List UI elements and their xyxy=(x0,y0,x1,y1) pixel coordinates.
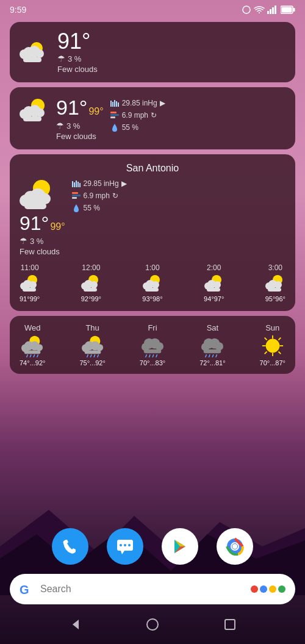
chrome-app-icon[interactable] xyxy=(217,528,253,565)
widget-small[interactable]: 91° ☂ 3 % Few clouds xyxy=(10,22,295,82)
svg-rect-33 xyxy=(24,203,46,209)
svg-point-0 xyxy=(243,6,250,13)
hour-icon-1 xyxy=(81,274,101,293)
hour-time-0: 11:00 xyxy=(21,263,39,272)
svg-line-110 xyxy=(264,338,267,340)
svg-line-83 xyxy=(87,354,88,357)
humidity-row: 55 % xyxy=(110,123,285,132)
w3-humidity-icon xyxy=(71,203,81,213)
svg-rect-41 xyxy=(72,197,77,199)
home-button[interactable] xyxy=(145,617,160,632)
day-temps-4: 70°...87° xyxy=(260,359,285,367)
svg-rect-25 xyxy=(110,112,117,113)
widget3-feels: 99° xyxy=(50,221,65,232)
svg-line-101 xyxy=(206,354,207,357)
weather-icon-medium xyxy=(20,96,50,126)
widget3-condition: Few clouds xyxy=(20,247,60,256)
day-temps-3: 72°...81° xyxy=(199,359,225,367)
svg-rect-26 xyxy=(110,114,119,116)
messages-icon xyxy=(116,537,134,556)
widget3-temp: 91° xyxy=(20,212,49,235)
svg-rect-7 xyxy=(293,8,295,12)
svg-rect-119 xyxy=(124,544,126,546)
widget2-temp-row: 91° 99° xyxy=(56,96,104,120)
pressure-row: 29.85 inHg ▶ xyxy=(110,98,285,108)
svg-point-131 xyxy=(147,619,158,630)
widget3-main: 91° 99° ☂ 3 % Few clouds xyxy=(20,179,285,256)
w3-humidity-row: 55 % xyxy=(71,203,285,213)
humidity-icon xyxy=(110,123,120,132)
svg-point-105 xyxy=(265,339,279,353)
svg-line-73 xyxy=(27,354,28,357)
hour-item-4: 3:00 95°96° xyxy=(265,263,285,302)
hour-item-0: 11:00 91°99° xyxy=(20,263,40,302)
svg-line-104 xyxy=(216,354,217,357)
svg-line-112 xyxy=(278,338,281,340)
back-button[interactable] xyxy=(68,617,82,632)
day-item-3: Sat 72°...81° xyxy=(199,323,225,367)
widget3-left: 91° 99° ☂ 3 % Few clouds xyxy=(20,179,65,256)
day-name-1: Thu xyxy=(85,323,99,332)
day-name-4: Sun xyxy=(265,323,279,332)
svg-line-84 xyxy=(90,354,92,357)
svg-rect-132 xyxy=(225,620,235,629)
svg-rect-46 xyxy=(23,288,36,292)
svg-rect-82 xyxy=(84,351,101,354)
hour-icon-3 xyxy=(204,274,224,293)
w3-pressure-icon xyxy=(71,179,81,188)
recents-button[interactable] xyxy=(223,617,237,632)
day-name-0: Wed xyxy=(24,323,41,332)
widget1-rain: ☂ 3 % xyxy=(57,54,98,63)
widget2-feels: 99° xyxy=(88,106,103,117)
hour-icon-2 xyxy=(143,274,162,293)
widget2-condition: Few clouds xyxy=(56,132,96,141)
widget-large[interactable]: San Antonio 91° 99° ☂ 3 % xyxy=(10,154,295,311)
hour-icon-4 xyxy=(265,274,285,293)
svg-point-81 xyxy=(96,344,102,351)
day-icon-3 xyxy=(201,334,224,357)
svg-rect-3 xyxy=(272,7,274,14)
back-icon xyxy=(68,617,82,632)
svg-rect-120 xyxy=(128,544,131,546)
svg-rect-72 xyxy=(24,351,41,354)
search-input[interactable] xyxy=(40,580,245,598)
day-item-0: Wed 74°...92° xyxy=(20,323,45,367)
svg-point-45 xyxy=(29,281,37,288)
svg-rect-13 xyxy=(23,57,41,62)
svg-point-71 xyxy=(36,344,43,351)
hour-temps-0: 91°99° xyxy=(20,295,40,302)
hour-time-4: 3:00 xyxy=(268,263,282,272)
messages-app-icon[interactable] xyxy=(107,528,143,565)
day-icon-1 xyxy=(81,334,104,357)
hour-temps-2: 93°98° xyxy=(142,295,162,302)
svg-rect-6 xyxy=(282,7,292,13)
svg-rect-19 xyxy=(23,116,41,121)
svg-rect-61 xyxy=(207,288,220,292)
recents-icon xyxy=(223,617,237,632)
google-mic-icon[interactable] xyxy=(251,585,285,593)
playstore-icon xyxy=(171,537,189,556)
phone-app-icon[interactable] xyxy=(52,528,88,565)
widget-weekly[interactable]: Wed 74°...92° Thu xyxy=(10,316,295,374)
search-bar[interactable]: G xyxy=(10,574,295,604)
playstore-app-icon[interactable] xyxy=(162,528,198,565)
w3-wind-icon xyxy=(71,191,81,201)
hour-icon-0 xyxy=(20,274,40,293)
widget1-info: 91° ☂ 3 % Few clouds xyxy=(57,30,98,74)
svg-point-65 xyxy=(274,281,282,288)
svg-point-18 xyxy=(36,109,45,117)
svg-line-93 xyxy=(149,354,150,357)
hour-time-1: 12:00 xyxy=(82,263,100,272)
svg-point-90 xyxy=(156,342,163,350)
widget3-rain: ☂ 3 % xyxy=(20,236,43,246)
nav-bar xyxy=(0,611,305,638)
svg-point-60 xyxy=(214,281,221,288)
widget-medium[interactable]: 91° 99° ☂ 3 % Few clouds 29.85 inHg ▶ xyxy=(10,87,295,149)
day-icon-0 xyxy=(21,334,44,357)
widget1-temp: 91° xyxy=(57,30,98,52)
svg-rect-39 xyxy=(72,192,78,194)
day-item-1: Thu 75°...92° xyxy=(79,323,105,367)
signal-icon xyxy=(267,5,278,14)
day-temps-1: 75°...92° xyxy=(79,359,105,367)
day-temps-0: 74°...92° xyxy=(20,359,45,367)
